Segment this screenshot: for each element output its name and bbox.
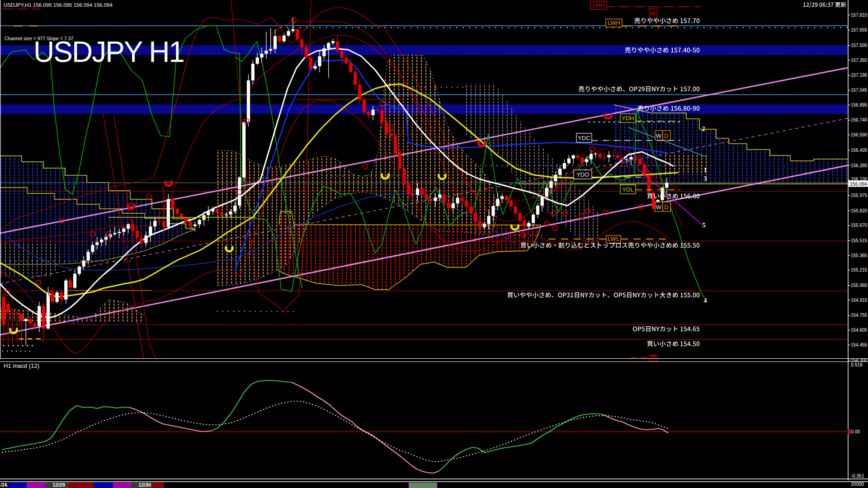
svg-text:155.365: 155.365 — [851, 253, 868, 258]
svg-text:157.500: 157.500 — [851, 43, 868, 48]
svg-text:156.094: 156.094 — [850, 181, 867, 187]
svg-text:156.435: 156.435 — [851, 148, 868, 153]
svg-text:4: 4 — [704, 297, 707, 304]
svg-text:0.00: 0.00 — [851, 429, 860, 434]
svg-text:156.590: 156.590 — [851, 132, 868, 137]
svg-text:YDH: YDH — [622, 115, 634, 122]
svg-text:155.515: 155.515 — [851, 238, 868, 243]
svg-text:D: D — [664, 204, 668, 211]
svg-text:157.195: 157.195 — [851, 73, 868, 78]
svg-text:1: 1 — [704, 167, 707, 174]
svg-text:156.895: 156.895 — [851, 103, 868, 108]
svg-text:LWL: LWL — [608, 235, 619, 242]
svg-text:LWH: LWH — [608, 19, 620, 26]
svg-text:12/30: 12/30 — [138, 482, 151, 488]
svg-text:155.215: 155.215 — [851, 267, 868, 272]
svg-text:YDL: YDL — [622, 186, 633, 193]
svg-text:H1 macd (12): H1 macd (12) — [4, 362, 39, 369]
svg-text:D: D — [664, 132, 668, 139]
svg-text:156.280: 156.280 — [851, 163, 868, 168]
svg-text:154.755: 154.755 — [851, 313, 868, 318]
svg-text:157.655: 157.655 — [851, 28, 868, 33]
svg-text:155.820: 155.820 — [851, 208, 868, 213]
svg-text:5: 5 — [703, 222, 706, 229]
svg-text:3: 3 — [704, 175, 707, 182]
svg-text:YDO: YDO — [576, 171, 589, 178]
svg-text:M: M — [651, 353, 656, 360]
svg-text:0.516: 0.516 — [851, 362, 863, 367]
svg-text:155.975: 155.975 — [851, 193, 868, 198]
svg-text:155.670: 155.670 — [851, 223, 868, 228]
svg-text:YDC: YDC — [578, 135, 590, 141]
svg-text:154.605: 154.605 — [851, 328, 868, 333]
svg-text:-0.351: -0.351 — [851, 473, 864, 479]
svg-text:macd ON: macd ON — [412, 483, 434, 488]
svg-text:W: W — [656, 204, 662, 211]
svg-text:154.910: 154.910 — [851, 298, 868, 303]
svg-text:M: M — [651, 10, 656, 17]
svg-text:155.060: 155.060 — [851, 283, 868, 288]
svg-text:USDJPY H1: USDJPY H1 — [33, 36, 184, 68]
svg-text:154.455: 154.455 — [851, 343, 868, 347]
svg-text:2: 2 — [702, 126, 705, 132]
svg-text:/26: /26 — [0, 482, 7, 488]
svg-text:157.810: 157.810 — [851, 13, 868, 18]
svg-text:LMH: LMH — [592, 2, 604, 9]
svg-text:157.350: 157.350 — [851, 58, 868, 63]
svg-text:157.045: 157.045 — [851, 88, 868, 93]
svg-text:USDJPY,H1 156.095 156.095 156: USDJPY,H1 156.095 156.095 156.094 156.09… — [4, 2, 113, 8]
svg-text:20000: 20000 — [851, 481, 864, 487]
svg-text:12/29: 12/29 — [52, 482, 65, 488]
svg-text:156.740: 156.740 — [851, 117, 868, 122]
svg-text:W: W — [656, 132, 662, 139]
